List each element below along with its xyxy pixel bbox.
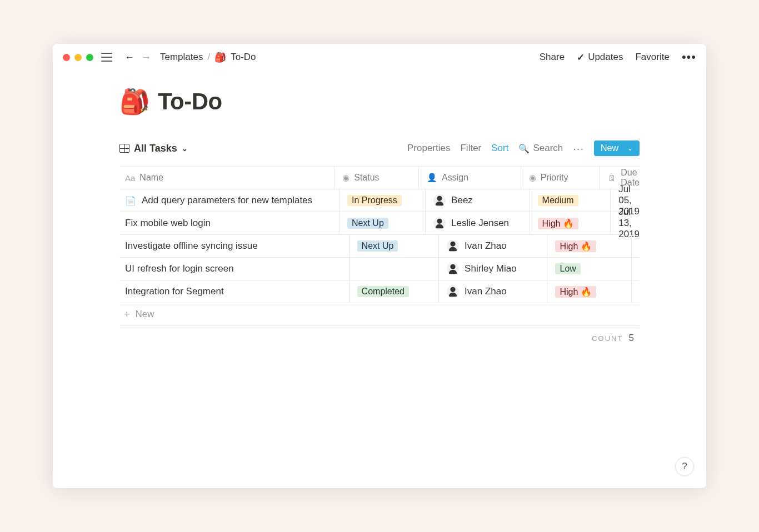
search-button[interactable]: 🔍 Search (518, 143, 563, 154)
name-cell[interactable]: Fix mobile web login (119, 218, 339, 229)
priority-tag: High 🔥 (555, 240, 596, 252)
chevron-down-icon: ⌄ (627, 144, 633, 152)
database-actions: Properties Filter Sort 🔍 Search ··· New … (407, 140, 640, 156)
task-name: UI refresh for login screen (125, 263, 234, 274)
status-cell[interactable]: Next Up (349, 235, 439, 257)
table-row[interactable]: Investigate offline syncing issueNext Up… (119, 235, 640, 258)
name-cell[interactable]: Integration for Segment (119, 286, 349, 297)
assignee-name: Ivan Zhao (465, 240, 507, 252)
view-switcher[interactable]: All Tasks ⌄ (119, 143, 188, 154)
status-tag: Completed (357, 286, 409, 297)
name-cell[interactable]: 📄Add query parameters for new templates (119, 195, 339, 206)
status-cell[interactable]: In Progress (339, 189, 425, 212)
chevron-down-icon: ⌄ (182, 144, 188, 153)
updates-label: Updates (588, 52, 623, 63)
due-date-cell[interactable] (631, 235, 640, 257)
database-table: Aa Name ◉ Status 👤 Assign ◉ Priority 🗓 (119, 166, 640, 326)
forward-arrow-icon[interactable]: → (138, 52, 154, 63)
breadcrumb-parent[interactable]: Templates (160, 52, 203, 63)
column-header-status[interactable]: ◉ Status (334, 167, 418, 189)
priority-cell[interactable]: High 🔥 (547, 280, 631, 303)
status-tag: Next Up (357, 240, 398, 252)
table-row[interactable]: UI refresh for login screenShirley MiaoL… (119, 258, 640, 280)
due-date-cell[interactable] (631, 258, 640, 280)
assignee-name: Leslie Jensen (451, 218, 509, 229)
status-cell[interactable] (349, 258, 439, 280)
due-date-cell[interactable] (631, 280, 640, 303)
name-cell[interactable]: UI refresh for login screen (119, 263, 349, 274)
breadcrumb: Templates / 🎒 To-Do (160, 52, 256, 63)
hamburger-menu-icon[interactable] (101, 53, 112, 62)
assign-cell[interactable]: Shirley Miao (438, 258, 547, 280)
new-row-button[interactable]: + New (119, 303, 640, 326)
status-tag: Next Up (347, 218, 388, 229)
status-cell[interactable]: Completed (349, 280, 439, 303)
assignee-name: Beez (451, 195, 473, 206)
breadcrumb-separator: / (207, 52, 210, 63)
table-row[interactable]: Fix mobile web loginNext UpLeslie Jensen… (119, 212, 640, 235)
assignee-name: Shirley Miao (465, 263, 517, 274)
check-icon: ✓ (577, 52, 585, 63)
priority-tag: High 🔥 (538, 218, 578, 229)
priority-tag: Low (555, 263, 580, 274)
new-button[interactable]: New ⌄ (594, 140, 640, 156)
status-cell[interactable]: Next Up (339, 212, 425, 234)
assign-cell[interactable]: Beez (425, 189, 530, 212)
count-value: 5 (629, 333, 634, 343)
database-toolbar: All Tasks ⌄ Properties Filter Sort 🔍 Sea… (119, 136, 640, 160)
person-property-icon: 👤 (427, 173, 437, 183)
svg-point-0 (437, 196, 442, 201)
backpack-icon: 🎒 (214, 52, 226, 63)
svg-point-4 (451, 287, 456, 292)
task-name: Investigate offline syncing issue (125, 240, 258, 252)
priority-cell[interactable]: High 🔥 (547, 235, 631, 257)
favorite-button[interactable]: Favorite (635, 52, 669, 63)
svg-point-3 (451, 264, 456, 269)
search-label: Search (533, 143, 563, 154)
priority-cell[interactable]: Low (547, 258, 631, 280)
plus-icon: + (124, 309, 130, 320)
svg-point-1 (437, 219, 442, 224)
help-button[interactable]: ? (675, 457, 694, 476)
page-content: 🎒 To-Do All Tasks ⌄ Properties Filter So… (53, 71, 706, 350)
close-window-button[interactable] (63, 54, 70, 61)
db-more-icon[interactable]: ··· (573, 142, 584, 155)
table-header-row: Aa Name ◉ Status 👤 Assign ◉ Priority 🗓 (119, 167, 640, 189)
filter-button[interactable]: Filter (460, 143, 481, 154)
zoom-window-button[interactable] (86, 54, 93, 61)
back-arrow-icon[interactable]: ← (121, 52, 138, 63)
assign-cell[interactable]: Ivan Zhao (438, 235, 547, 257)
priority-cell[interactable]: Medium (530, 189, 611, 212)
priority-tag: Medium (538, 195, 578, 206)
column-header-name[interactable]: Aa Name (119, 173, 334, 183)
task-name: Add query parameters for new templates (142, 195, 312, 206)
updates-button[interactable]: ✓ Updates (577, 52, 623, 63)
more-menu-icon[interactable]: ••• (682, 50, 696, 64)
select-property-icon: ◉ (529, 173, 536, 183)
name-cell[interactable]: Investigate offline syncing issue (119, 240, 349, 252)
assign-cell[interactable]: Ivan Zhao (438, 280, 547, 303)
minimize-window-button[interactable] (74, 54, 82, 61)
avatar (433, 217, 446, 229)
table-row[interactable]: 📄Add query parameters for new templatesI… (119, 189, 640, 212)
page-icon-backpack[interactable]: 🎒 (119, 87, 150, 116)
avatar (447, 285, 459, 298)
priority-cell[interactable]: High 🔥 (530, 212, 611, 234)
avatar (433, 194, 446, 207)
task-name: Integration for Segment (125, 286, 224, 297)
column-header-assign[interactable]: 👤 Assign (418, 167, 521, 189)
properties-button[interactable]: Properties (407, 143, 450, 154)
topbar-actions: Share ✓ Updates Favorite ••• (540, 50, 696, 64)
table-row[interactable]: Integration for SegmentCompletedIvan Zha… (119, 280, 640, 303)
share-button[interactable]: Share (540, 52, 565, 63)
breadcrumb-current[interactable]: To-Do (231, 52, 256, 63)
title-property-icon: Aa (125, 173, 135, 183)
priority-tag: High 🔥 (555, 286, 596, 298)
page-title[interactable]: To-Do (158, 88, 222, 115)
due-date-cell[interactable]: Jul 13, 2019 (610, 212, 640, 234)
column-header-priority[interactable]: ◉ Priority (521, 167, 600, 189)
search-icon: 🔍 (518, 143, 530, 154)
svg-point-2 (451, 242, 456, 247)
sort-button[interactable]: Sort (491, 143, 508, 154)
assign-cell[interactable]: Leslie Jensen (425, 212, 530, 234)
